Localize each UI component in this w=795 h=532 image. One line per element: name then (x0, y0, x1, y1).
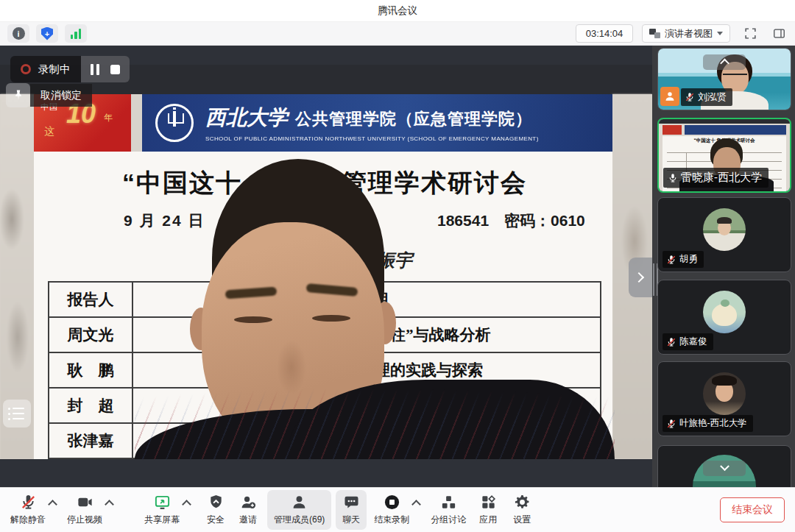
top-toolbar: i + 03:14:04 演讲者视图 (0, 22, 795, 46)
share-screen-button[interactable]: 共享屏幕 (144, 490, 180, 530)
window-titlebar: 腾讯会议 (0, 0, 795, 22)
school-name-en: SCHOOL OF PUBLIC ADMINISTRATION NORTHWES… (205, 135, 539, 142)
chat-button[interactable]: 聊天 (336, 490, 367, 530)
unmute-button[interactable]: 解除静音 (10, 490, 46, 530)
pause-recording-button[interactable] (91, 64, 99, 75)
layout-icon (649, 29, 660, 38)
participant-tile[interactable]: 胡勇 (657, 197, 791, 272)
share-screen-icon (154, 494, 171, 511)
university-seal-icon (155, 104, 194, 142)
shield-plus-icon: + (41, 27, 53, 40)
mic-muted-icon (666, 419, 676, 429)
record-options-chevron[interactable] (411, 500, 421, 509)
chevron-right-icon (634, 272, 644, 283)
host-badge (660, 87, 679, 106)
end-meeting-button[interactable]: 结束会议 (720, 497, 785, 522)
avatar (703, 372, 746, 415)
invite-button[interactable]: 邀请 (239, 490, 257, 530)
agenda-list-button[interactable] (3, 400, 31, 428)
participant-name-tag: 陈嘉俊 (662, 333, 713, 350)
chevron-down-icon (720, 461, 729, 471)
stop-video-button[interactable]: 停止视频 (67, 490, 102, 530)
participant-name-tag: 叶旅艳-西北大学 (662, 415, 753, 432)
participant-tile[interactable] (657, 445, 791, 487)
unpin-label: 取消锁定 (30, 84, 92, 107)
apps-grid-icon (480, 494, 497, 511)
person-icon (664, 91, 676, 102)
share-options-chevron[interactable] (182, 500, 191, 509)
fullscreen-button[interactable] (741, 25, 759, 43)
view-mode-button[interactable]: 演讲者视图 (642, 24, 730, 43)
participant-tile-active-speaker[interactable]: “中国这十 急管理学术研讨会 雷晓康-西北大学 (657, 118, 791, 193)
video-options-chevron[interactable] (105, 500, 114, 509)
tencent-meeting-window: 腾讯会议 i + 03:14:04 演讲者视图 (0, 0, 795, 532)
view-mode-label: 演讲者视图 (665, 27, 713, 40)
breakout-blocks-icon (440, 494, 457, 511)
bottom-toolbar: 解除静音 停止视频 共享屏幕 安全 邀请 管理成员(69) (0, 487, 795, 532)
collapse-tiles-button[interactable] (703, 54, 746, 70)
chevron-down-icon (717, 32, 723, 35)
mic-active-icon (668, 173, 678, 183)
security-button[interactable]: 安全 (207, 490, 225, 530)
slide-meeting-id: 186541 密码：0610 (437, 210, 585, 231)
chevron-up-icon (720, 59, 729, 68)
mic-muted-icon (666, 255, 676, 265)
security-shield-button[interactable]: + (36, 24, 58, 43)
signal-bars-icon (71, 29, 82, 39)
recording-indicator: 录制中 (10, 56, 130, 82)
university-banner: 西北大学 公共管理学院（应急管理学院） SCHOOL OF PUBLIC ADM… (142, 94, 612, 152)
fullscreen-icon (744, 27, 757, 40)
manage-members-button[interactable]: 管理成员(69) (267, 490, 331, 530)
pin-icon (12, 89, 25, 102)
participant-name-tag: 刘泓贤 (681, 88, 732, 106)
breakout-rooms-button[interactable]: 分组讨论 (431, 490, 466, 530)
participant-tile[interactable]: 叶旅艳-西北大学 (657, 361, 791, 436)
chat-bubble-icon (343, 494, 360, 511)
toggle-sidebar-button[interactable] (770, 25, 788, 43)
avatar (703, 208, 746, 251)
mic-muted-icon (685, 92, 695, 102)
school-name: 公共管理学院（应急管理学院） (295, 108, 532, 130)
gear-icon (514, 494, 531, 511)
slide-date: 9 月 24 日 (124, 210, 205, 231)
recording-label: 录制中 (38, 63, 71, 77)
person-icon (291, 494, 308, 511)
list-icon (8, 408, 31, 410)
mic-muted-icon (20, 494, 37, 511)
participants-sidebar: 刘泓贤 “中国这十 急管理学术研讨会 雷晓康-西北大学 (652, 46, 795, 487)
settings-button[interactable]: 设置 (513, 490, 531, 530)
main-stage: 中国 10 这 年 西北大学 公共管理学院（应急管理学院） SCHOOL OF … (0, 46, 652, 487)
camera-icon (77, 494, 93, 511)
presenter-sweater-stripes (135, 389, 615, 459)
speaker-video: 中国 10 这 年 西北大学 公共管理学院（应急管理学院） SCHOOL OF … (0, 65, 652, 459)
window-title: 腾讯会议 (378, 4, 417, 18)
mic-muted-icon (666, 337, 676, 347)
collapse-sidebar-tab[interactable] (629, 258, 652, 297)
shield-icon (208, 494, 225, 511)
participant-tile[interactable]: 刘泓贤 (657, 48, 791, 110)
panel-icon (773, 27, 785, 40)
university-name: 西北大学 (205, 104, 288, 132)
pin-control: 取消锁定 (6, 83, 92, 107)
avatar (703, 291, 746, 333)
stop-recording-button[interactable] (110, 65, 120, 74)
participant-tile[interactable]: 陈嘉俊 (657, 280, 791, 355)
scroll-more-participants-button[interactable] (703, 461, 746, 476)
recording-dot-icon (21, 64, 31, 74)
stop-record-icon (384, 494, 400, 511)
end-recording-button[interactable]: 结束录制 (374, 490, 409, 530)
network-status-button[interactable] (65, 24, 87, 43)
invite-person-icon (240, 494, 257, 511)
apps-button[interactable]: 应用 (479, 490, 497, 530)
unpin-button[interactable] (6, 83, 30, 107)
meeting-timer: 03:14:04 (576, 24, 633, 43)
mute-options-chevron[interactable] (48, 500, 57, 509)
info-icon: i (13, 27, 25, 40)
participant-name-tag: 雷晓康-西北大学 (663, 168, 768, 188)
meeting-info-button[interactable]: i (7, 24, 29, 43)
participant-name-tag: 胡勇 (662, 251, 704, 268)
